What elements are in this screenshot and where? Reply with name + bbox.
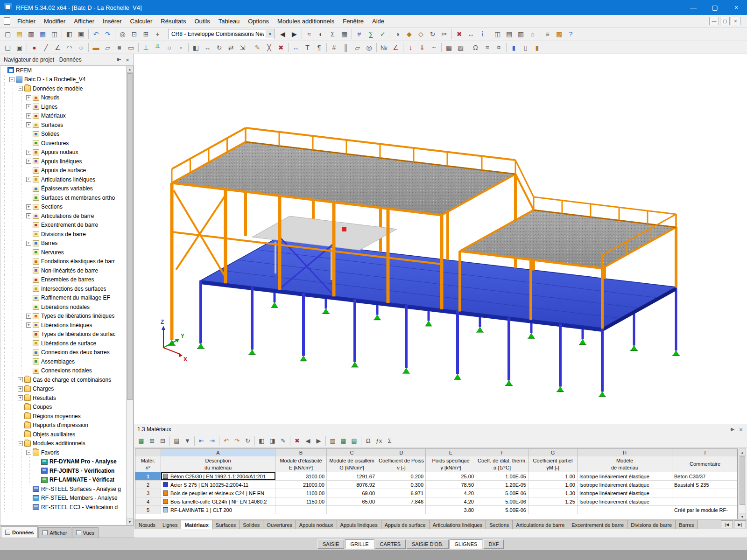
toolbar2-guidelines-button[interactable]: ║ [340,42,352,53]
tree-item-ouvertures[interactable]: Ouvertures [0,139,126,148]
tree-item-appuis-nodaux[interactable]: +Appuis nodaux [0,148,126,157]
column-letter-i[interactable]: I [672,449,738,456]
tree-item-connexions-nodales[interactable]: Connexions nodales [0,366,126,376]
tree-expander-icon[interactable]: + [18,386,23,392]
cell-gamma-row1[interactable]: 25.00 [426,472,476,480]
column-letter-g[interactable]: G [529,449,578,456]
table-tab-materiaux[interactable]: Matériaux [181,520,212,529]
toolbar-zoom-button[interactable]: ◎ [117,28,128,40]
toolbar2-module-concrete-button[interactable]: ▯ [520,42,531,53]
toolbar-new-window-button[interactable]: ◫ [492,28,503,40]
tree-item-charges[interactable]: +Charges [0,385,126,394]
tree-item-modules-additionnels[interactable]: −Modules additionnels [0,439,126,448]
cell-desc-row2[interactable]: Acier S 275 | EN 10025-2:2004-11 [161,481,275,489]
toolbar2-eccentricity-button[interactable]: ◦ [175,42,187,53]
tree-item-ensembles-de-barres[interactable]: Ensembles de barres [0,275,126,285]
tree-item-nervures[interactable]: Nervures [0,248,126,257]
menu-fenetre[interactable]: Fenêtre [338,16,368,27]
cell-n-row5[interactable]: 5 [135,506,161,514]
toolbar-visibility-button[interactable]: ◑ [392,28,403,40]
scroll-up-icon[interactable]: ▲ [127,66,133,73]
toolbar2-module-timber-button[interactable]: ▮ [531,42,543,53]
table-toolbar-table-settings-button[interactable]: ▦ [136,436,147,446]
table-toolbar-export-excel-button[interactable]: ▤ [349,436,359,446]
tree-item-connexion-des-deux-barres[interactable]: Connexion des deux barres [0,348,126,357]
table-toolbar-first-column-button[interactable]: ⇤ [196,436,207,446]
table-toolbar-merge-cells-button[interactable]: ◨ [267,436,278,446]
tree-expander-icon[interactable]: + [26,122,31,127]
cell-comment-row2[interactable]: Baustahl S 235 [672,481,738,489]
cell-desc-row3[interactable]: Bois de peuplier et résineux C24 | NF EN [161,489,275,497]
toolbar-result-table-button[interactable]: ▦ [338,28,350,40]
cell-model-row3[interactable]: Isotrope linéairement élastique [578,489,672,497]
toolbar-zoom-window-button[interactable]: ⊡ [128,28,140,40]
table-pin-icon[interactable] [728,425,737,434]
cell-alpha-row2[interactable]: 1.20E-05 [476,481,529,489]
toolbar2-numbering-button[interactable]: № [378,42,390,53]
menu-aide[interactable]: Aide [368,16,388,27]
status-toggle-glignes[interactable]: GLIGNES [450,539,483,549]
tree-item-objets-auxiliaires[interactable]: Objets auxiliaires [0,430,126,439]
tree-expander-icon[interactable]: + [18,395,23,400]
tree-item-types-de-liberations-lineiques[interactable]: +Types de libérations linéiques [0,312,126,321]
cell-model-row5[interactable] [578,506,672,514]
toolbar-pan-button[interactable]: + [152,28,163,40]
cell-E-row2[interactable]: 21000.00 [275,481,327,489]
tree-expander-icon[interactable]: − [26,450,31,455]
table-toolbar-units-table-button[interactable]: Ω [363,436,374,446]
toolbar2-units-button[interactable]: Ω [470,42,481,53]
column-letter-corner[interactable] [135,449,161,456]
maximize-button[interactable]: ▢ [704,0,726,15]
table-tab-divisions-de-barre[interactable]: Divisions de barre [627,520,676,529]
tree-item-solides[interactable]: Solides [0,130,126,139]
table-toolbar-insert-row-button[interactable]: ⊞ [147,436,157,446]
toolbar-isometric-view-button[interactable]: ◇ [415,28,427,40]
tree-expander-icon[interactable]: − [18,86,23,91]
cell-alpha-row1[interactable]: 1.00E-05 [476,472,529,480]
table-tab-articulations-lineiques[interactable]: Articulations linéiques [429,520,486,529]
cell-comment-row4[interactable] [672,497,738,505]
status-toggle-saisie[interactable]: SAISIE [317,539,344,549]
tree-item-articulations-lineiques[interactable]: +Articulations linéiques [0,175,126,184]
cell-nu-row3[interactable]: 6.971 [377,489,426,497]
toolbar-clip-plane-button[interactable]: ✂ [438,28,450,40]
cell-nu-row5[interactable] [377,506,426,514]
table-tabs-scroll-left-button[interactable]: |◀ [721,520,733,528]
table-toolbar-last-column-button[interactable]: ⇥ [207,436,218,446]
table-toolbar-undo-table-button[interactable]: ↶ [221,436,232,446]
table-scroll-up-icon[interactable]: ▲ [739,449,746,456]
tree-item-excentrement-de-barre[interactable]: Excentrement de barre [0,221,126,230]
toolbar2-rotate-button[interactable]: ↻ [213,42,225,53]
toolbar-rotate-view-button[interactable]: ↻ [427,28,438,40]
nav-tab-donnees[interactable]: Données [1,526,38,538]
toolbar2-mirror-button[interactable]: ⇄ [225,42,237,53]
tree-item-surfaces-et-membranes-ortho[interactable]: Surfaces et membranes ortho [0,193,126,203]
table-tab-appuis-lineiques[interactable]: Appuis linéiques [337,520,381,529]
cell-desc-row4[interactable]: Bois lamellé-collé GL24h | NF EN 14080:2 [161,497,275,505]
tree-expander-icon[interactable]: + [26,113,31,119]
close-button[interactable]: × [726,0,747,15]
cell-G-row5[interactable] [327,506,377,514]
toolbar2-module-steel-button[interactable]: ▮ [508,42,520,53]
table-toolbar-select-table-button[interactable]: ▥ [327,436,338,446]
tree-item-rf-joints-verification[interactable]: RF-JOINTS - Vérification [0,466,126,476]
toolbar-result-values-button[interactable]: ◐ [315,28,327,40]
tree-item-sections[interactable]: +Sections [0,203,126,212]
column-letter-c[interactable]: C [327,449,377,456]
tree-item-materiaux[interactable]: +Matériaux [0,112,126,121]
tree-expander-icon[interactable]: + [26,314,31,319]
toolbar-window-arrange-button[interactable]: ▤ [503,28,515,40]
toolbar-delete-mode-button[interactable]: ✖ [453,28,465,40]
menu-tableau[interactable]: Tableau [214,16,244,27]
cell-gm-row3[interactable]: 1.30 [529,489,578,497]
table-toolbar-edit-cell-button[interactable]: ✎ [278,436,289,446]
cell-E-row3[interactable]: 1100.00 [275,489,327,497]
toolbar-previous-loadcase-button[interactable]: ◀ [277,28,289,40]
cell-G-row3[interactable]: 69.00 [327,489,377,497]
cell-gamma-row4[interactable]: 4.20 [426,497,476,505]
tree-expander-icon[interactable]: + [26,213,31,218]
cell-gm-row2[interactable]: 1.00 [529,481,578,489]
toolbar2-new-member-button[interactable]: ▬ [90,42,102,53]
table-toolbar-fx-button[interactable]: ƒx [374,436,384,446]
tree-item-assemblages[interactable]: Assemblages [0,357,126,366]
